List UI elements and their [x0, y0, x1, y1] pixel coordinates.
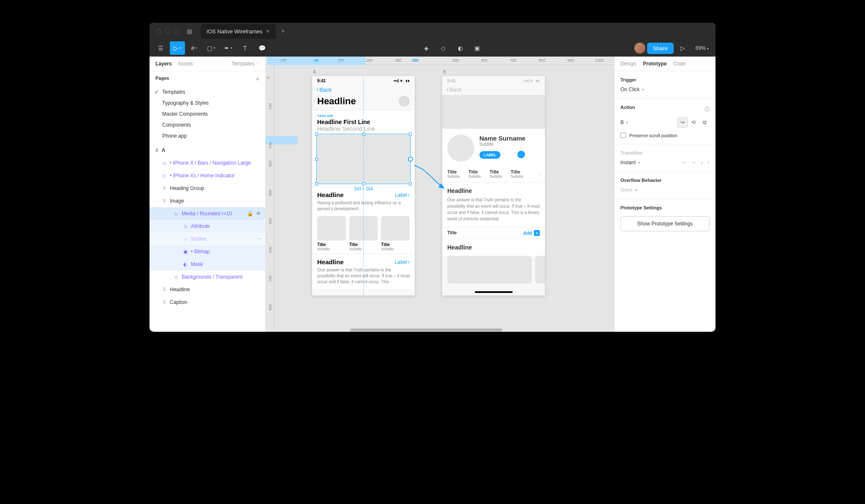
layer-heading-group[interactable]: ⠿Heading Group	[150, 182, 265, 195]
overlay-icon[interactable]: ⧉	[699, 117, 710, 127]
guide-line	[363, 76, 364, 295]
layer-media-rounded[interactable]: ◇Media / Rounded r=10🔓👁	[150, 207, 265, 220]
boolean-icon[interactable]: ▣	[470, 41, 485, 55]
diamond-icon[interactable]: ◇	[436, 41, 451, 55]
layer-list: #A ◇• iPhone X / Bars / Navigation Large…	[150, 141, 265, 332]
comment-tool[interactable]: 💬	[254, 41, 269, 55]
settings-label: Prototype Settings	[620, 205, 710, 210]
layer-caption[interactable]: ⠿Caption	[150, 296, 265, 309]
trigger-value[interactable]: On Click▾	[620, 87, 710, 92]
layer-image[interactable]: ⠿Image	[150, 195, 265, 207]
left-panel-tabs: Layers Assets Templates ⌃	[150, 57, 265, 71]
pages-header: Pages +	[150, 71, 265, 87]
close-icon[interactable]: ✕	[266, 28, 270, 34]
app-window: ▦ iOS Native Wireframes ✕ + ☰ ▷▾ #▾ ▢▾ ✒…	[150, 23, 715, 332]
frame-tool[interactable]: #▾	[187, 41, 202, 55]
page-phone[interactable]: Phone app	[150, 130, 265, 141]
artboard-b-wrap: B 9:41••ıl ᯤ ▮▮ ‹Back Name Surname Subti…	[442, 69, 545, 295]
action-target[interactable]: B▾	[620, 119, 628, 125]
page-typography[interactable]: Typography & Styles	[150, 98, 265, 108]
overflow-label: Overflow Behavior	[620, 178, 710, 183]
file-tab[interactable]: iOS Native Wireframes ✕	[201, 24, 276, 39]
layer-attribute[interactable]: ◇Attribute	[150, 220, 265, 233]
canvas-scrollbar[interactable]	[350, 328, 502, 331]
tab-assets[interactable]: Assets	[178, 61, 193, 67]
present-button[interactable]: ▷	[675, 41, 691, 55]
profile-section: Name Surname Subtitle LABEL⋯	[442, 129, 545, 166]
ruler-horizontal: -100 16 100 200 300 359 500 600 700 800 …	[266, 57, 614, 65]
layer-nav-large[interactable]: ◇• iPhone X / Bars / Navigation Large	[150, 157, 265, 169]
trigger-label: Trigger	[620, 77, 710, 82]
action-label: Action	[620, 105, 635, 110]
hidden-icon[interactable]: ⤳	[257, 236, 261, 242]
tab-design[interactable]: Design	[620, 61, 636, 67]
info-icon[interactable]: ⓘ	[705, 106, 710, 113]
traffic-lights[interactable]	[156, 29, 178, 34]
profile-tabs: TitleSubtitle TitleSubtitle TitleSubtitl…	[442, 166, 545, 182]
artboard-a-label[interactable]: A	[312, 69, 415, 74]
component-icon[interactable]: ◈	[419, 41, 434, 55]
tab-prototype[interactable]: Prototype	[643, 61, 666, 67]
toolbar: ☰ ▷▾ #▾ ▢▾ ✒▾ T 💬 ◈ ◇ ◐ ▣ Share ▷ 69% ▾	[150, 40, 715, 57]
shape-tool[interactable]: ▢▾	[204, 41, 219, 55]
overflow-value[interactable]: None▾	[620, 187, 710, 193]
transition-value[interactable]: Instant▾	[620, 160, 640, 165]
page-templates[interactable]: Templates	[150, 87, 265, 98]
text-tool[interactable]: T	[237, 41, 253, 55]
titlebar: ▦ iOS Native Wireframes ✕ +	[150, 23, 715, 40]
navigate-icon[interactable]: ↪	[677, 117, 688, 127]
profile-avatar	[447, 135, 474, 162]
tab-templates[interactable]: Templates ⌃	[231, 61, 259, 67]
layer-mask[interactable]: ◐Mask	[150, 258, 265, 271]
eye-icon[interactable]: 👁	[256, 211, 261, 217]
canvas[interactable]: -100 16 100 200 300 359 500 600 700 800 …	[266, 57, 614, 332]
direction-arrows[interactable]: ←→↓↑	[682, 160, 710, 165]
pen-tool[interactable]: ✒▾	[220, 41, 236, 55]
grid-icon[interactable]: ▦	[187, 28, 192, 35]
layer-bitmap[interactable]: ▣• Bitmap	[150, 245, 265, 258]
layer-scrims[interactable]: ◇Scrims⤳	[150, 233, 265, 245]
artboard-b[interactable]: 9:41••ıl ᯤ ▮▮ ‹Back Name Surname Subtitl…	[442, 76, 545, 295]
preserve-scroll[interactable]: Preserve scroll position	[620, 133, 710, 138]
unlock-icon[interactable]: 🔓	[247, 211, 253, 217]
tab-layers[interactable]: Layers	[155, 61, 172, 67]
tab-code[interactable]: Code	[673, 61, 685, 67]
add-page-button[interactable]: +	[256, 76, 259, 82]
layer-home-indicator[interactable]: ◇• iPhone Xs / Home Indicator	[150, 169, 265, 182]
chevron-right-icon: ›	[539, 171, 541, 177]
mask-icon[interactable]: ◐	[453, 41, 468, 55]
more-icon: ⋯	[517, 151, 525, 158]
artboard-b-label[interactable]: B	[442, 69, 545, 74]
layer-bg-transparent[interactable]: ◇Backgrounds / Transparent	[150, 271, 265, 283]
new-tab-button[interactable]: +	[281, 27, 285, 35]
layer-headline[interactable]: ⠿Headline	[150, 283, 265, 296]
move-tool[interactable]: ▷▾	[170, 41, 185, 55]
home-indicator	[475, 291, 513, 293]
connection-node[interactable]	[408, 157, 413, 162]
page-master[interactable]: Master Components	[150, 108, 265, 119]
frame-row[interactable]: #A	[150, 144, 265, 157]
share-button[interactable]: Share	[647, 43, 674, 54]
ruler-vertical: 0 100 236 300 400 500 600 700 800	[266, 65, 274, 332]
show-settings-button[interactable]: Show Prototype Settings	[620, 216, 710, 231]
page-components[interactable]: Components	[150, 119, 265, 130]
zoom-level[interactable]: 69% ▾	[696, 45, 709, 51]
transition-label: Transition	[620, 150, 710, 155]
left-panel: Layers Assets Templates ⌃ Pages + Templa…	[150, 57, 266, 332]
swap-icon[interactable]: ⟲	[688, 117, 699, 127]
right-panel: Design Prototype Code Trigger On Click▾ …	[614, 57, 715, 332]
file-tab-label: iOS Native Wireframes	[207, 28, 262, 35]
artboard-a[interactable]: 9:41••ıl ᯤ ▮▮ ‹Back Headline TAGLINE Hea…	[312, 76, 415, 295]
menu-button[interactable]: ☰	[153, 41, 168, 55]
avatar[interactable]	[634, 43, 645, 54]
artboard-a-wrap: A 9:41••ıl ᯤ ▮▮ ‹Back Headline TAGLINE H…	[312, 69, 415, 295]
